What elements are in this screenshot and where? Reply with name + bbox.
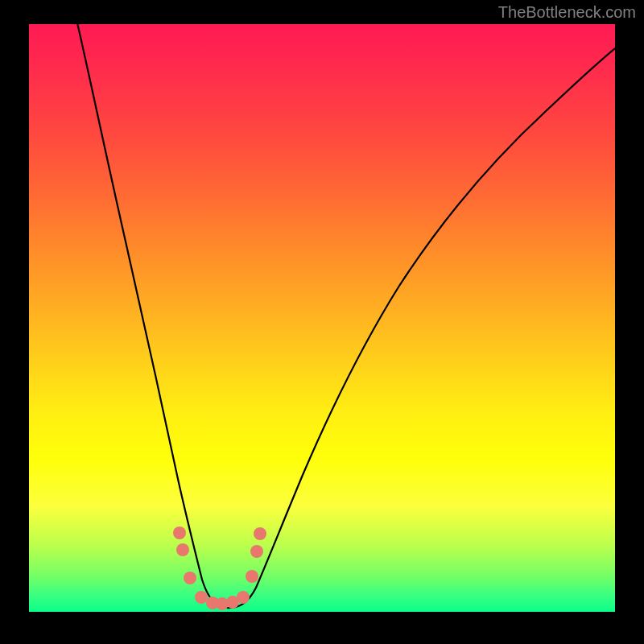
- bottleneck-curve: [76, 24, 615, 608]
- dots-group: [173, 526, 266, 610]
- plot-area: [29, 24, 615, 612]
- data-dot: [176, 543, 189, 556]
- data-dot: [184, 572, 196, 584]
- data-dot: [250, 545, 263, 558]
- chart-container: TheBottleneck.com: [0, 0, 644, 644]
- data-dot: [237, 591, 250, 604]
- curve-svg: [29, 24, 615, 612]
- data-dot: [173, 526, 186, 539]
- data-dot: [195, 591, 208, 604]
- data-dot: [254, 527, 266, 540]
- watermark-text: TheBottleneck.com: [498, 3, 636, 22]
- data-dot: [246, 570, 258, 583]
